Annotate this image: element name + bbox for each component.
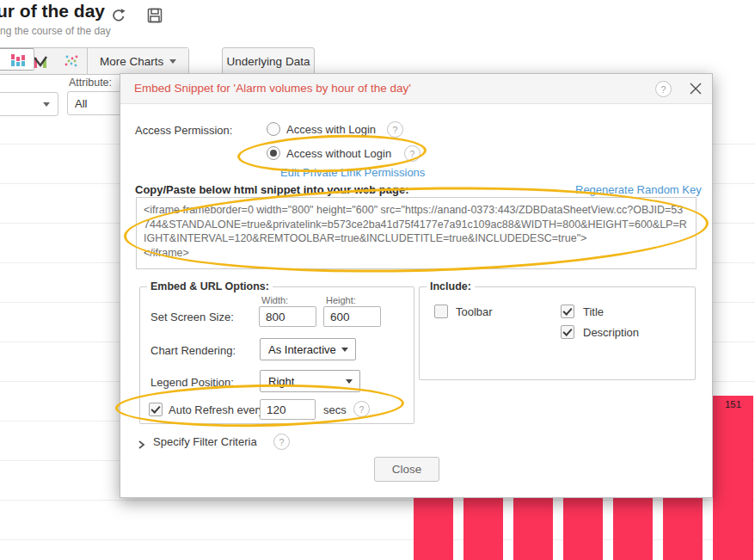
chevron-down-icon (346, 379, 353, 384)
chevron-down-icon (169, 59, 176, 64)
chevron-right-icon[interactable] (137, 437, 145, 452)
underlying-data-button[interactable]: Underlying Data (222, 47, 315, 76)
auto-refresh-unit: secs (323, 403, 347, 416)
access-without-login-help-icon[interactable]: ? (404, 145, 420, 162)
set-screen-size-label: Set Screen Size: (150, 311, 234, 323)
regenerate-random-key-link[interactable]: Regenerate Random Key (575, 183, 702, 196)
include-fieldset: Include: Toolbar Title Description (419, 280, 696, 380)
filter-dropdown[interactable] (0, 92, 58, 116)
access-without-login-label[interactable]: Access without Login (286, 147, 391, 160)
filter-criteria-help-icon[interactable]: ? (273, 434, 290, 450)
access-with-login-label[interactable]: Access with Login (286, 123, 376, 136)
page-subtitle: ng the course of the day (0, 25, 111, 37)
dialog-help-icon[interactable]: ? (655, 81, 672, 97)
auto-refresh-checkbox[interactable] (149, 403, 163, 416)
chart-rendering-label: Chart Rendering: (150, 344, 236, 357)
save-icon[interactable] (146, 7, 163, 28)
access-with-login-help-icon[interactable]: ? (387, 121, 403, 138)
height-input[interactable] (323, 306, 381, 327)
legend-position-label: Legend Position: (150, 376, 234, 389)
auto-refresh-input[interactable] (260, 399, 316, 420)
chart-rendering-value: As Interactive (268, 343, 336, 356)
embed-url-options-fieldset: Embed & URL Options: Width: Height: Set … (139, 280, 414, 424)
chart-type-toolbar: More Charts (0, 47, 189, 75)
legend-position-select[interactable]: Right (260, 370, 360, 392)
auto-refresh-label[interactable]: Auto Refresh every (169, 403, 264, 416)
legend-position-value: Right (268, 375, 294, 388)
embed-code-textarea[interactable]: <iframe frameborder=0 width="800" height… (136, 197, 697, 269)
include-title-label[interactable]: Title (583, 305, 604, 318)
close-icon[interactable] (689, 82, 703, 99)
include-toolbar-checkbox[interactable] (434, 305, 448, 318)
access-with-login-radio[interactable] (267, 122, 280, 136)
refresh-icon[interactable] (110, 7, 127, 28)
scatter-chart-icon[interactable] (56, 48, 87, 74)
embed-snippet-dialog: Embed Snippet for 'Alarm volumes by hour… (120, 73, 713, 498)
bar-value-label: 151 (713, 396, 753, 409)
include-description-label[interactable]: Description (583, 326, 639, 339)
stacked-bar-chart-icon[interactable] (0, 48, 34, 71)
attribute-label: Attribute: (69, 77, 112, 89)
access-permission-label: Access Permission: (135, 124, 232, 137)
more-charts-label: More Charts (100, 55, 163, 68)
dialog-title: Embed Snippet for 'Alarm volumes by hour… (134, 82, 411, 95)
include-legend: Include: (427, 280, 475, 292)
chevron-down-icon (341, 348, 348, 352)
width-label: Width: (261, 295, 288, 305)
copy-paste-label: Copy/Paste below html snippet into your … (135, 183, 409, 196)
chevron-down-icon (43, 102, 50, 107)
include-toolbar-label[interactable]: Toolbar (456, 305, 493, 318)
close-button[interactable]: Close (374, 457, 439, 482)
auto-refresh-help-icon[interactable]: ? (353, 401, 370, 417)
edit-private-link-permissions-link[interactable]: Edit Private Link Permissions (280, 166, 425, 179)
chart-bar[interactable]: 151 (713, 396, 753, 560)
specify-filter-criteria-label[interactable]: Specify Filter Criteria (153, 435, 257, 448)
include-description-checkbox[interactable] (561, 325, 574, 339)
embed-url-options-legend: Embed & URL Options: (147, 280, 273, 292)
access-without-login-radio[interactable] (267, 146, 280, 160)
chart-rendering-select[interactable]: As Interactive (260, 338, 356, 360)
width-input[interactable] (259, 306, 316, 327)
include-title-checkbox[interactable] (561, 305, 574, 318)
more-charts-button[interactable]: More Charts (87, 48, 188, 74)
height-label: Height: (326, 295, 356, 305)
page-title: ur of the day (0, 1, 105, 22)
